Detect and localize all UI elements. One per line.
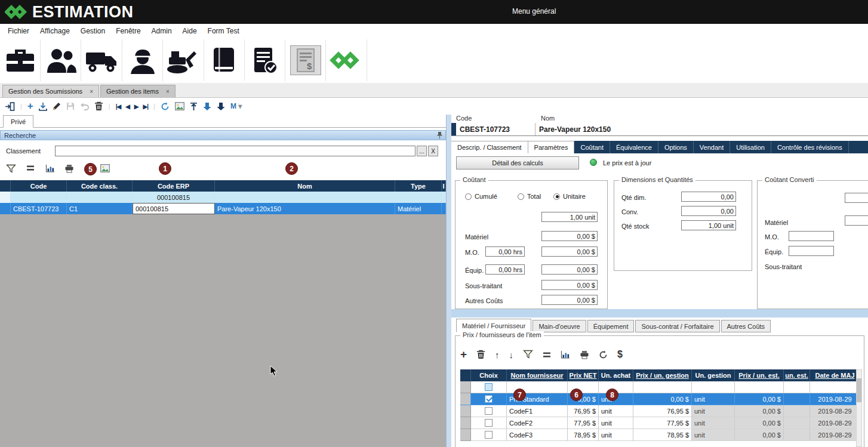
cell-prix-un-gestion[interactable]: 76,95 $	[633, 405, 692, 417]
equip-cost-field[interactable]: 0,00 $	[541, 264, 598, 275]
nav-first-icon[interactable]: |◀	[116, 103, 121, 110]
cell-nom[interactable]: Pare-Vapeur 120x150	[215, 203, 395, 214]
panel-splitter[interactable]	[446, 115, 451, 447]
filter-cell[interactable]	[784, 381, 810, 393]
cell-nom-fournisseur[interactable]: CodeF3	[507, 429, 568, 441]
qte-stock-field[interactable]: 1,00 unit	[681, 220, 736, 230]
col-header-un-est[interactable]: un. est.	[784, 369, 810, 381]
nav-prev-icon[interactable]: ◀	[125, 103, 130, 110]
download-all-icon[interactable]	[217, 102, 225, 111]
col-header-code-erp[interactable]: Code ERP	[133, 180, 215, 192]
col-header-un-achat[interactable]: Un. achat	[599, 369, 633, 381]
image-icon[interactable]	[100, 164, 110, 174]
tab-descrip-classement[interactable]: Descrip. / Classement	[451, 141, 528, 153]
cell-un-est[interactable]	[784, 405, 810, 417]
cell-prix-un-est[interactable]: 0,00 $	[735, 429, 784, 441]
close-icon[interactable]: ×	[166, 88, 170, 95]
excavator-icon[interactable]	[163, 39, 204, 81]
tab-equipement[interactable]: Équipement	[587, 320, 635, 332]
tab-gestion-des-items[interactable]: Gestion des items ×	[100, 85, 176, 97]
clear-filter-icon[interactable]	[543, 351, 551, 359]
col-header-prix-net[interactable]: Prix NET	[568, 369, 599, 381]
chart-icon[interactable]	[561, 350, 570, 359]
filter-cell-type[interactable]	[395, 192, 442, 203]
radio-icon[interactable]	[465, 193, 472, 200]
filter-cell[interactable]	[633, 381, 692, 393]
cell-prix-net[interactable]: 77,95 $	[568, 417, 599, 429]
filter-cell-code-erp[interactable]: 000100815	[133, 192, 215, 203]
cell-prix-net[interactable]: 76,95 $	[568, 405, 599, 417]
cell-un-est[interactable]	[784, 393, 810, 405]
converti-top-field[interactable]	[845, 193, 868, 203]
cell-un-achat[interactable]: unit	[599, 429, 633, 441]
row-header-cell[interactable]	[0, 192, 11, 203]
cell-prix-un-est[interactable]: 0,00 $	[735, 405, 784, 417]
nav-next-icon[interactable]: ▶	[134, 103, 138, 110]
equip-hours-field[interactable]: 0,00 hrs	[485, 264, 525, 275]
tab-gestion-des-soumissions[interactable]: Gestion des Soumissions ×	[2, 85, 99, 97]
clipboard-check-icon[interactable]	[245, 39, 285, 81]
row-header-cell[interactable]	[0, 203, 11, 214]
import-icon[interactable]	[39, 102, 47, 111]
row-header-cell[interactable]	[460, 417, 471, 429]
cell-un-gestion[interactable]: unit	[692, 393, 735, 405]
filter-cell[interactable]	[810, 381, 860, 393]
cell-code-class[interactable]: C1	[67, 203, 133, 214]
col-header-nom-fournisseur[interactable]: Nom fournisseur	[507, 369, 568, 381]
refresh-icon[interactable]	[599, 350, 608, 359]
checkbox[interactable]	[485, 383, 493, 391]
cell-choix[interactable]	[471, 417, 507, 429]
cell-nom-fournisseur[interactable]: CodeF1	[507, 405, 568, 417]
truck-icon[interactable]	[81, 39, 122, 81]
classement-input[interactable]	[55, 146, 415, 156]
cell-date-de-maj[interactable]: 2019-08-29	[810, 405, 860, 417]
pin-icon[interactable]	[436, 131, 443, 140]
save-icon[interactable]	[66, 102, 75, 110]
print-icon[interactable]	[64, 164, 74, 174]
cell-choix[interactable]	[471, 405, 507, 417]
item-code-value[interactable]: CBEST-107723	[456, 123, 535, 135]
tab-main-doeuvre[interactable]: Main-d'oeuvre	[533, 320, 586, 332]
tab-parametres[interactable]: Paramètres	[528, 141, 575, 153]
checkbox[interactable]	[485, 407, 493, 415]
mo-hours-field[interactable]: 0,00 hrs	[485, 246, 525, 257]
col-header-nom[interactable]: Nom	[215, 180, 395, 192]
table-row-codef2[interactable]: CodeF2 77,95 $ unit 77,95 $ unit 0,00 $ …	[460, 417, 860, 429]
cell-next[interactable]	[442, 203, 446, 214]
detail-calculs-button[interactable]: Détail des calculs	[456, 156, 579, 169]
tab-sous-contrat-forfaitaire[interactable]: Sous-contrat / Forfaitaire	[635, 320, 719, 332]
menu-affichage[interactable]: Affichage	[35, 25, 75, 37]
cell-prix-un-est[interactable]: 0,00 $	[735, 417, 784, 429]
radio-icon-selected[interactable]	[553, 193, 560, 200]
delete-icon[interactable]	[476, 350, 485, 359]
tab-vendant[interactable]: Vendant	[694, 141, 730, 153]
menu-aide[interactable]: Aide	[177, 25, 202, 37]
row-header-cell[interactable]	[460, 405, 471, 417]
checkbox-checked[interactable]	[485, 395, 493, 403]
close-icon[interactable]: ×	[90, 88, 93, 95]
classement-clear-button[interactable]: X	[428, 146, 438, 156]
cell-un-est[interactable]	[784, 429, 810, 441]
checkbox[interactable]	[485, 419, 493, 427]
price-icon[interactable]: $	[617, 349, 623, 360]
filter-cell-code[interactable]	[11, 192, 67, 203]
add-icon[interactable]: +	[460, 348, 467, 361]
col-header-un-gestion[interactable]: Un. gestion	[692, 369, 735, 381]
worker-icon[interactable]	[122, 39, 163, 81]
print-icon[interactable]	[580, 350, 589, 359]
menu-admin[interactable]: Admin	[146, 25, 177, 37]
filter-cell-code-class[interactable]	[67, 192, 133, 203]
tab-materiel-fournisseur-active[interactable]: Matériel / Fournisseur	[456, 319, 531, 332]
converti-mo-field[interactable]	[789, 231, 834, 241]
cell-un-achat[interactable]: unit	[599, 405, 633, 417]
radio-unitaire[interactable]: Unitaire	[553, 193, 586, 200]
search-section-header[interactable]: Recherche	[0, 130, 446, 140]
cell-type[interactable]: Matériel	[395, 203, 442, 214]
cell-nom-fournisseur[interactable]: CodeF2	[507, 417, 568, 429]
tab-options[interactable]: Options	[658, 141, 694, 153]
col-header-next[interactable]: I	[442, 180, 446, 192]
cell-prix-un-gestion[interactable]: 0,00 $	[633, 393, 692, 405]
cell-code-erp-editing[interactable]: 000100815	[133, 203, 215, 214]
filter-cell-choix[interactable]	[471, 381, 507, 393]
menu-form-test[interactable]: Form Test	[202, 25, 245, 37]
